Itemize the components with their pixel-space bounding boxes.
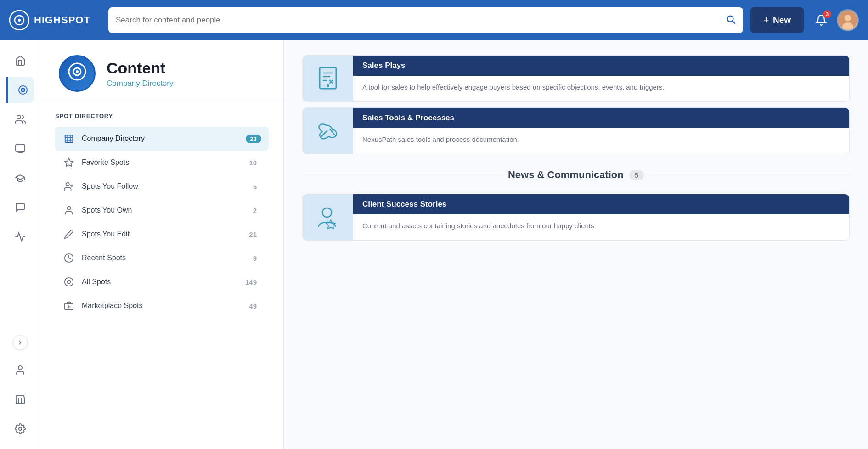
spot-count-recent: 9 [248,253,261,263]
sales-tools-title: Sales Tools & Processes [353,108,849,128]
sidebar-icon-learn[interactable] [7,165,33,191]
sidebar-icon-people[interactable] [7,107,33,132]
svg-point-6 [845,15,851,21]
svg-line-4 [733,21,735,23]
spot-item-marketplace[interactable]: Marketplace Spots 49 [55,294,269,318]
client-success-title: Client Success Stories [353,194,849,214]
search-icon [726,14,736,27]
sidebar-icon-home[interactable] [7,48,33,73]
svg-point-34 [65,278,73,286]
sales-tools-desc: NexusPath sales tools and process docume… [353,128,849,152]
logo: HIGHSPOT [9,10,101,30]
spot-item-label-favorites: Favorite Spots [82,158,238,167]
news-category-count: 5 [629,170,644,180]
page-titles: Content Company Directory [107,59,174,89]
star-icon [62,156,75,169]
spot-item-recent[interactable]: Recent Spots 9 [55,246,269,270]
sidebar-icon-profile-bottom[interactable] [7,357,33,383]
new-button[interactable]: + New [750,7,804,33]
spot-item-spots-own[interactable]: Spots You Own 2 [55,198,269,222]
page-header: Content Company Directory [40,40,283,101]
all-spots-icon [62,275,75,288]
client-success-desc: Content and assets containing stories an… [353,214,849,238]
svg-point-15 [18,366,22,370]
category-section-sales: Sales Plays A tool for sales to help eff… [302,55,850,154]
spot-card-client-success[interactable]: Client Success Stories Content and asset… [302,194,850,241]
news-category-header: News & Communication 5 [302,169,850,186]
spot-card-sales-plays[interactable]: Sales Plays A tool for sales to help eff… [302,55,850,102]
svg-rect-23 [65,135,73,143]
sidebar-icon-screen[interactable] [7,136,33,162]
svg-point-19 [19,427,22,430]
person-own-icon [62,204,75,217]
search-input[interactable] [116,16,721,25]
content-circle-icon [66,61,88,86]
clock-icon [62,252,75,264]
main-content: Sales Plays A tool for sales to help eff… [284,40,868,449]
spot-item-spots-edit[interactable]: Spots You Edit 21 [55,222,269,246]
spot-count-all: 149 [241,277,261,287]
divider-left [302,175,502,175]
notification-badge: 3 [823,10,831,18]
sidebar-icon-content[interactable] [6,77,34,103]
sidebar-collapse-button[interactable] [13,335,28,350]
new-button-label: New [773,15,791,25]
svg-point-10 [23,90,23,90]
spot-count-company: 23 [246,135,261,143]
sidebar-icon-chat[interactable] [7,195,33,220]
svg-point-2 [18,19,21,22]
client-success-card-body: Client Success Stories Content and asset… [353,194,849,240]
svg-rect-16 [16,398,24,404]
svg-point-43 [327,84,329,87]
spot-item-label-marketplace: Marketplace Spots [82,302,238,310]
logo-text: HIGHSPOT [34,14,90,26]
svg-rect-12 [16,145,25,151]
svg-point-35 [67,280,70,283]
spot-item-favorites[interactable]: Favorite Spots 10 [55,151,269,174]
spot-count-edit: 21 [244,230,261,239]
category-section-news: News & Communication 5 Client Success St… [302,169,850,241]
marketplace-icon [62,299,75,312]
svg-point-32 [67,207,70,210]
sales-plays-desc: A tool for sales to help effectively eng… [353,76,849,99]
app-body: Content Company Directory SPOT DIRECTORY [0,40,868,449]
spot-item-all[interactable]: All Spots 149 [55,270,269,294]
sales-tools-card-body: Sales Tools & Processes NexusPath sales … [353,108,849,154]
spot-item-spots-follow[interactable]: Spots You Follow 5 [55,174,269,198]
news-category-title: News & Communication [508,169,624,181]
spot-item-label-follow: Spots You Follow [82,182,242,191]
plus-icon: + [763,14,769,26]
top-navigation: HIGHSPOT + New 3 [0,0,868,40]
page-main-title: Content [107,59,174,78]
nav-actions: 3 [811,9,859,31]
spot-count-follow: 5 [248,182,261,191]
logo-icon [9,10,29,30]
person-follow-icon [62,180,75,193]
client-success-card-icon [303,194,353,240]
svg-point-22 [76,70,79,73]
spot-item-label-edit: Spots You Edit [82,230,238,238]
spot-card-sales-tools[interactable]: Sales Tools & Processes NexusPath sales … [302,107,850,154]
left-panel: Content Company Directory SPOT DIRECTORY [40,40,284,449]
svg-marker-45 [326,220,335,229]
search-bar[interactable] [108,7,743,33]
sidebar-icon-analytics[interactable] [7,224,33,250]
divider-right [649,175,850,175]
page-icon [59,55,96,92]
notification-bell[interactable]: 3 [811,10,831,30]
spot-directory-label: SPOT DIRECTORY [55,112,269,119]
spot-count-own: 2 [248,206,261,215]
avatar[interactable] [837,9,859,31]
sales-plays-title: Sales Plays [353,56,849,76]
sidebar-icon-shop[interactable] [7,387,33,412]
sidebar-icon-settings[interactable] [7,416,33,442]
icon-sidebar [0,40,40,449]
page-sub-title: Company Directory [107,79,174,88]
spot-item-label-all: All Spots [82,278,234,286]
building-icon [62,132,75,145]
spot-item-label-company: Company Directory [82,135,239,143]
avatar-image [838,10,858,30]
spot-item-company-directory[interactable]: Company Directory 23 [55,127,269,151]
spot-count-marketplace: 49 [244,301,261,311]
svg-point-11 [17,115,21,119]
